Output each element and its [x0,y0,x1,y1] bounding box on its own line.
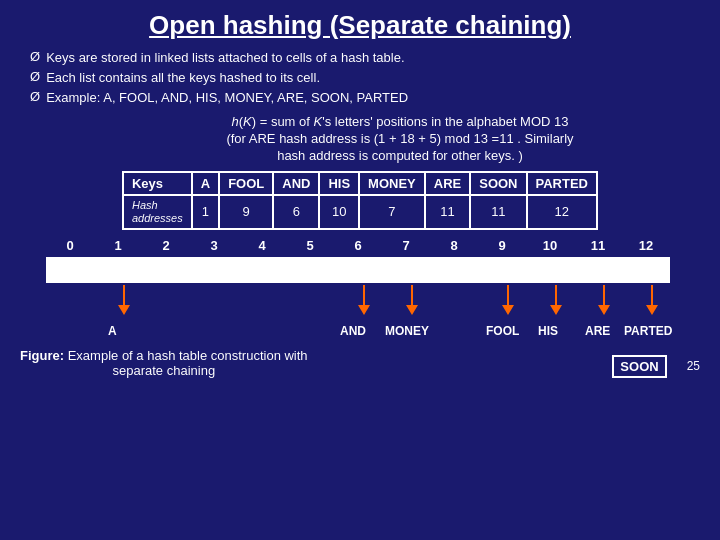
col-header-money: MONEY [359,172,425,195]
cell-parted: 12 [527,195,597,229]
arrow-shaft-his [555,285,557,305]
arrow-head-his [550,305,562,315]
page: Open hashing (Separate chaining) Ø Keys … [0,0,720,540]
table-header-row: Keys A FOOL AND HIS MONEY ARE SOON PARTE… [123,172,597,195]
arrow-shaft-fool [507,285,509,305]
arrow-a [118,285,130,315]
page-number: 25 [687,359,700,373]
col-header-a: A [192,172,219,195]
label-fool: FOOL [486,324,519,338]
num-9: 9 [478,238,526,253]
formula-line3: hash address is computed for other keys.… [100,148,700,163]
soon-box: SOON [612,355,666,378]
bullet-arrow-3: Ø [30,89,40,104]
arrow-shaft-parted [651,285,653,305]
bullet-3: Ø Example: A, FOOL, AND, HIS, MONEY, ARE… [30,89,700,107]
col-header-keys: Keys [123,172,192,195]
page-title: Open hashing (Separate chaining) [20,10,700,41]
figure-desc1: Example of a hash table construction wit… [68,348,308,363]
bullet-text-1: Keys are stored in linked lists attached… [46,49,404,67]
hash-cell-6 [334,257,382,283]
arrow-head-money [406,305,418,315]
bullet-1: Ø Keys are stored in linked lists attach… [30,49,700,67]
formula-line1: h(K) = sum of K's letters' positions in … [100,114,700,129]
bullet-list: Ø Keys are stored in linked lists attach… [30,49,700,108]
hash-cell-2 [142,257,190,283]
formula-line2: (for ARE hash address is (1 + 18 + 5) mo… [100,131,700,146]
figure-right: SOON 25 [612,355,700,378]
num-5: 5 [286,238,334,253]
bullet-2: Ø Each list contains all the keys hashed… [30,69,700,87]
arrow-shaft-are [603,285,605,305]
cell-his: 10 [319,195,359,229]
figure-label: Figure: Example of a hash table construc… [20,348,308,363]
bullet-arrow-1: Ø [30,49,40,64]
col-header-are: ARE [425,172,470,195]
arrow-head-fool [502,305,514,315]
table-data-row: Hashaddresses 1 9 6 10 7 11 11 12 [123,195,597,229]
hash-cell-3 [190,257,238,283]
bullet-arrow-2: Ø [30,69,40,84]
label-his: HIS [538,324,558,338]
figure-bold: Figure: [20,348,64,363]
col-header-soon: SOON [470,172,526,195]
col-header-parted: PARTED [527,172,597,195]
arrow-and [358,285,370,315]
num-11: 11 [574,238,622,253]
arrow-head-and [358,305,370,315]
num-12: 12 [622,238,670,253]
hash-cell-9 [478,257,526,283]
hash-cell-7 [382,257,430,283]
arrow-his [550,285,562,315]
num-0: 0 [46,238,94,253]
figure-left: Figure: Example of a hash table construc… [20,348,308,378]
hash-cell-1 [94,257,142,283]
arrow-parted [646,285,658,315]
arrow-head-are [598,305,610,315]
arrow-shaft-money [411,285,413,305]
hash-cell-0 [46,257,94,283]
hash-cell-10 [526,257,574,283]
hash-cell-8 [430,257,478,283]
label-parted: PARTED [624,324,672,338]
num-2: 2 [142,238,190,253]
cell-a: 1 [192,195,219,229]
arrow-shaft-and [363,285,365,305]
num-4: 4 [238,238,286,253]
row-label-hash: Hashaddresses [123,195,192,229]
num-1: 1 [94,238,142,253]
label-are: ARE [585,324,610,338]
cells-row [20,257,700,283]
label-and: AND [340,324,366,338]
cell-and: 6 [273,195,319,229]
col-header-and: AND [273,172,319,195]
keys-table: Keys A FOOL AND HIS MONEY ARE SOON PARTE… [122,171,598,230]
num-8: 8 [430,238,478,253]
num-6: 6 [334,238,382,253]
bullet-text-3: Example: A, FOOL, AND, HIS, MONEY, ARE, … [46,89,408,107]
arrow-head-a [118,305,130,315]
cell-are: 11 [425,195,470,229]
arrow-fool [502,285,514,315]
cell-soon: 11 [470,195,526,229]
col-header-fool: FOOL [219,172,273,195]
arrow-shaft-a [123,285,125,305]
arrow-head-parted [646,305,658,315]
hash-cell-4 [238,257,286,283]
col-header-his: HIS [319,172,359,195]
hash-table-section: 0 1 2 3 4 5 6 7 8 9 10 11 12 [20,238,700,340]
figure-desc2: separate chaining [112,363,215,378]
num-7: 7 [382,238,430,253]
cell-fool: 9 [219,195,273,229]
num-10: 10 [526,238,574,253]
num-3: 3 [190,238,238,253]
arrow-are [598,285,610,315]
hash-cell-12 [622,257,670,283]
cell-money: 7 [359,195,425,229]
label-a: A [108,324,117,338]
label-money: MONEY [385,324,429,338]
bullet-text-2: Each list contains all the keys hashed t… [46,69,320,87]
hash-cell-11 [574,257,622,283]
arrow-money [406,285,418,315]
numbers-row: 0 1 2 3 4 5 6 7 8 9 10 11 12 [20,238,700,253]
